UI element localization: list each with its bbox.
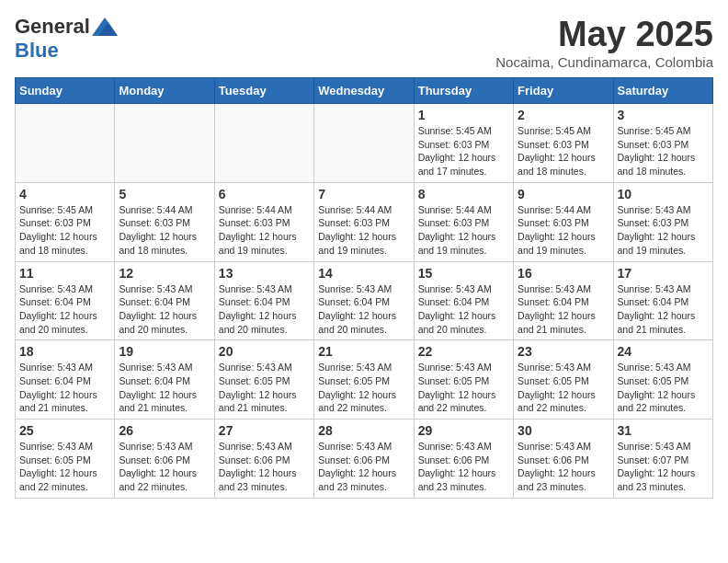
day-info: Sunrise: 5:43 AMSunset: 6:04 PMDaylight:… xyxy=(618,282,709,337)
day-number: 13 xyxy=(219,266,310,281)
day-number: 5 xyxy=(119,187,210,201)
day-info: Sunrise: 5:43 AMSunset: 6:06 PMDaylight:… xyxy=(119,440,210,494)
calendar: SundayMondayTuesdayWednesdayThursdayFrid… xyxy=(15,77,713,499)
calendar-week-2: 4Sunrise: 5:45 AMSunset: 6:03 PMDaylight… xyxy=(16,182,713,261)
day-number: 3 xyxy=(618,108,709,122)
day-info: Sunrise: 5:43 AMSunset: 6:06 PMDaylight:… xyxy=(418,440,509,494)
day-number: 10 xyxy=(618,187,709,201)
day-info: Sunrise: 5:45 AMSunset: 6:03 PMDaylight:… xyxy=(418,124,509,178)
day-number: 31 xyxy=(618,423,709,438)
calendar-cell: 28Sunrise: 5:43 AMSunset: 6:06 PMDayligh… xyxy=(314,419,414,499)
day-number: 9 xyxy=(518,187,609,201)
title-block: May 2025 Nocaima, Cundinamarca, Colombia xyxy=(495,15,713,70)
calendar-cell: 1Sunrise: 5:45 AMSunset: 6:03 PMDaylight… xyxy=(414,104,513,183)
day-number: 15 xyxy=(418,266,509,281)
day-info: Sunrise: 5:43 AMSunset: 6:04 PMDaylight:… xyxy=(119,361,210,415)
calendar-cell: 7Sunrise: 5:44 AMSunset: 6:03 PMDaylight… xyxy=(314,182,414,261)
calendar-cell: 2Sunrise: 5:45 AMSunset: 6:03 PMDaylight… xyxy=(514,104,613,183)
calendar-cell xyxy=(214,104,313,183)
day-info: Sunrise: 5:43 AMSunset: 6:05 PMDaylight:… xyxy=(318,361,409,415)
day-number: 18 xyxy=(19,344,110,359)
calendar-cell: 9Sunrise: 5:44 AMSunset: 6:03 PMDaylight… xyxy=(514,182,613,261)
weekday-header-friday: Friday xyxy=(514,78,613,104)
subtitle: Nocaima, Cundinamarca, Colombia xyxy=(495,54,713,70)
day-number: 20 xyxy=(219,344,310,359)
calendar-cell: 21Sunrise: 5:43 AMSunset: 6:05 PMDayligh… xyxy=(314,340,414,419)
day-number: 21 xyxy=(318,344,409,359)
day-info: Sunrise: 5:43 AMSunset: 6:05 PMDaylight:… xyxy=(19,440,110,494)
calendar-cell: 6Sunrise: 5:44 AMSunset: 6:03 PMDaylight… xyxy=(214,182,313,261)
day-number: 27 xyxy=(219,423,310,438)
calendar-cell: 4Sunrise: 5:45 AMSunset: 6:03 PMDaylight… xyxy=(16,182,115,261)
weekday-header-row: SundayMondayTuesdayWednesdayThursdayFrid… xyxy=(16,78,713,104)
day-info: Sunrise: 5:43 AMSunset: 6:04 PMDaylight:… xyxy=(418,282,509,337)
calendar-cell xyxy=(115,104,214,183)
calendar-cell: 25Sunrise: 5:43 AMSunset: 6:05 PMDayligh… xyxy=(16,419,115,499)
day-info: Sunrise: 5:43 AMSunset: 6:05 PMDaylight:… xyxy=(418,361,509,415)
calendar-cell: 27Sunrise: 5:43 AMSunset: 6:06 PMDayligh… xyxy=(214,419,313,499)
calendar-cell: 16Sunrise: 5:43 AMSunset: 6:04 PMDayligh… xyxy=(514,261,613,340)
day-info: Sunrise: 5:43 AMSunset: 6:05 PMDaylight:… xyxy=(219,361,310,415)
day-info: Sunrise: 5:44 AMSunset: 6:03 PMDaylight:… xyxy=(418,203,509,258)
logo: General Blue xyxy=(15,15,118,63)
calendar-cell: 14Sunrise: 5:43 AMSunset: 6:04 PMDayligh… xyxy=(314,261,414,340)
day-number: 22 xyxy=(418,344,509,359)
day-info: Sunrise: 5:45 AMSunset: 6:03 PMDaylight:… xyxy=(518,124,609,178)
calendar-cell: 15Sunrise: 5:43 AMSunset: 6:04 PMDayligh… xyxy=(414,261,513,340)
day-info: Sunrise: 5:43 AMSunset: 6:04 PMDaylight:… xyxy=(19,282,110,337)
logo-general: General xyxy=(15,15,90,39)
calendar-cell: 30Sunrise: 5:43 AMSunset: 6:06 PMDayligh… xyxy=(514,419,613,499)
day-info: Sunrise: 5:43 AMSunset: 6:04 PMDaylight:… xyxy=(518,282,609,337)
day-info: Sunrise: 5:43 AMSunset: 6:04 PMDaylight:… xyxy=(219,282,310,337)
day-info: Sunrise: 5:45 AMSunset: 6:03 PMDaylight:… xyxy=(618,124,709,178)
calendar-cell: 17Sunrise: 5:43 AMSunset: 6:04 PMDayligh… xyxy=(613,261,712,340)
calendar-cell: 22Sunrise: 5:43 AMSunset: 6:05 PMDayligh… xyxy=(414,340,513,419)
calendar-cell xyxy=(314,104,414,183)
calendar-cell: 8Sunrise: 5:44 AMSunset: 6:03 PMDaylight… xyxy=(414,182,513,261)
day-info: Sunrise: 5:43 AMSunset: 6:04 PMDaylight:… xyxy=(19,361,110,415)
calendar-cell: 31Sunrise: 5:43 AMSunset: 6:07 PMDayligh… xyxy=(613,419,712,499)
calendar-cell: 23Sunrise: 5:43 AMSunset: 6:05 PMDayligh… xyxy=(514,340,613,419)
day-info: Sunrise: 5:44 AMSunset: 6:03 PMDaylight:… xyxy=(119,203,210,258)
day-info: Sunrise: 5:43 AMSunset: 6:04 PMDaylight:… xyxy=(318,282,409,337)
calendar-cell: 19Sunrise: 5:43 AMSunset: 6:04 PMDayligh… xyxy=(115,340,214,419)
calendar-cell: 20Sunrise: 5:43 AMSunset: 6:05 PMDayligh… xyxy=(214,340,313,419)
calendar-week-1: 1Sunrise: 5:45 AMSunset: 6:03 PMDaylight… xyxy=(16,104,713,183)
day-number: 26 xyxy=(119,423,210,438)
day-info: Sunrise: 5:43 AMSunset: 6:05 PMDaylight:… xyxy=(618,361,709,415)
weekday-header-thursday: Thursday xyxy=(414,78,513,104)
calendar-week-3: 11Sunrise: 5:43 AMSunset: 6:04 PMDayligh… xyxy=(16,261,713,340)
weekday-header-tuesday: Tuesday xyxy=(214,78,313,104)
day-number: 25 xyxy=(19,423,110,438)
calendar-week-4: 18Sunrise: 5:43 AMSunset: 6:04 PMDayligh… xyxy=(16,340,713,419)
day-info: Sunrise: 5:43 AMSunset: 6:05 PMDaylight:… xyxy=(518,361,609,415)
day-number: 14 xyxy=(318,266,409,281)
day-number: 16 xyxy=(518,266,609,281)
day-info: Sunrise: 5:45 AMSunset: 6:03 PMDaylight:… xyxy=(19,203,110,258)
day-number: 8 xyxy=(418,187,509,201)
weekday-header-sunday: Sunday xyxy=(16,78,115,104)
day-number: 17 xyxy=(618,266,709,281)
day-number: 1 xyxy=(418,108,509,122)
calendar-cell: 11Sunrise: 5:43 AMSunset: 6:04 PMDayligh… xyxy=(16,261,115,340)
calendar-cell: 13Sunrise: 5:43 AMSunset: 6:04 PMDayligh… xyxy=(214,261,313,340)
day-number: 4 xyxy=(19,187,110,201)
calendar-cell: 12Sunrise: 5:43 AMSunset: 6:04 PMDayligh… xyxy=(115,261,214,340)
calendar-cell: 5Sunrise: 5:44 AMSunset: 6:03 PMDaylight… xyxy=(115,182,214,261)
weekday-header-saturday: Saturday xyxy=(613,78,712,104)
day-number: 11 xyxy=(19,266,110,281)
calendar-cell: 18Sunrise: 5:43 AMSunset: 6:04 PMDayligh… xyxy=(16,340,115,419)
day-info: Sunrise: 5:43 AMSunset: 6:06 PMDaylight:… xyxy=(318,440,409,494)
month-title: May 2025 xyxy=(495,15,713,54)
day-number: 19 xyxy=(119,344,210,359)
day-info: Sunrise: 5:44 AMSunset: 6:03 PMDaylight:… xyxy=(219,203,310,258)
calendar-cell: 10Sunrise: 5:43 AMSunset: 6:03 PMDayligh… xyxy=(613,182,712,261)
day-number: 30 xyxy=(518,423,609,438)
day-number: 23 xyxy=(518,344,609,359)
day-number: 28 xyxy=(318,423,409,438)
calendar-week-5: 25Sunrise: 5:43 AMSunset: 6:05 PMDayligh… xyxy=(16,419,713,499)
day-info: Sunrise: 5:44 AMSunset: 6:03 PMDaylight:… xyxy=(518,203,609,258)
calendar-cell: 29Sunrise: 5:43 AMSunset: 6:06 PMDayligh… xyxy=(414,419,513,499)
day-number: 2 xyxy=(518,108,609,122)
logo-icon xyxy=(92,17,118,36)
